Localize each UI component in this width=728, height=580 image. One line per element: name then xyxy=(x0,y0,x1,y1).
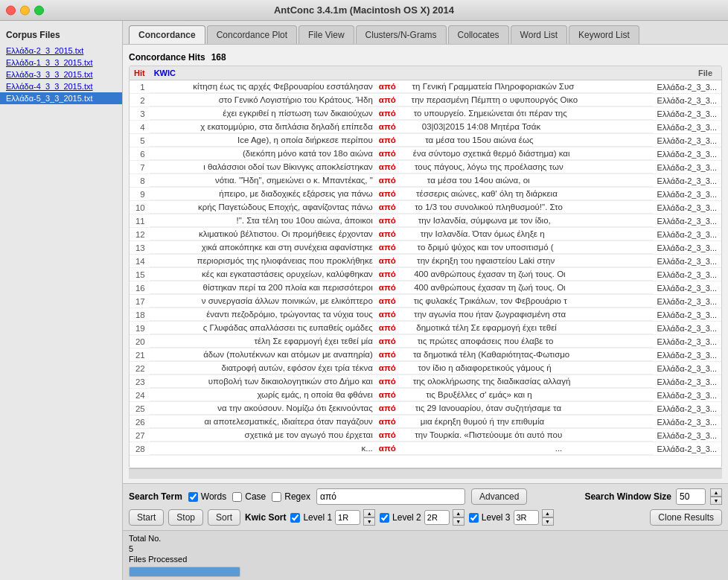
level2-stepper[interactable]: ▲ ▼ xyxy=(453,509,464,526)
table-row[interactable]: 26 αι αποτελεσματικές, ιδιαίτερα όταν πα… xyxy=(130,415,721,429)
horizontal-scrollbar[interactable] xyxy=(129,468,722,479)
window-size-input[interactable] xyxy=(676,488,706,505)
table-row[interactable]: 21 άδων (πολυτέκνων και ατόμων με αναπηρ… xyxy=(130,348,721,362)
table-row[interactable]: 4 χ εκατομμύριο, στα διπλάσια δηλαδή επί… xyxy=(130,121,721,134)
tab-concordance[interactable]: Concordance xyxy=(129,25,205,44)
row-left-ctx: ήπειρο, με διαδοχικές εξάρσεις για πάνω xyxy=(150,188,376,200)
level3-checkbox-group[interactable] xyxy=(469,513,479,523)
words-checkbox-group[interactable]: Words xyxy=(188,491,226,502)
table-row[interactable]: 24 χωρίς εμάς, η οποία θα φθάνει από τις… xyxy=(130,389,721,402)
table-row[interactable]: 28 κ... από ... Ελλάδα-2_3_3... xyxy=(130,442,721,456)
table-row[interactable]: 23 υποβολή των δικαιολογητικών στο Δήμο … xyxy=(130,375,721,389)
level1-checkbox[interactable] xyxy=(290,513,300,523)
table-row[interactable]: 16 θίστηκαν περί τα 200 πλοία και περισσ… xyxy=(130,281,721,295)
minimize-button[interactable] xyxy=(20,5,30,15)
tab-word-list[interactable]: Word List xyxy=(511,25,567,44)
table-row[interactable]: 5 Ice Age), η οποία διήρκεσε περίπου από… xyxy=(130,134,721,147)
level3-stepper[interactable]: ▲ ▼ xyxy=(542,509,554,526)
regex-checkbox-group[interactable]: Regex xyxy=(272,491,310,502)
level2-down[interactable]: ▼ xyxy=(453,517,464,526)
level1-input[interactable] xyxy=(335,510,360,525)
row-file: Ελλάδα-2_3_3... xyxy=(653,121,721,134)
row-right-ctx: τα μέσα του 14ου αιώνα, οι xyxy=(424,174,653,187)
level1-down[interactable]: ▼ xyxy=(363,517,375,526)
regex-checkbox[interactable] xyxy=(272,492,281,502)
sidebar-item-1[interactable]: Ελλάδα-1_3_3_2015.txt xyxy=(0,57,122,68)
table-row[interactable]: 11 !". Στα τέλη του 10ου αιώνα, άποικοι … xyxy=(130,214,721,228)
table-row[interactable]: 14 περιορισμός της ηλιοφάνειας που προκλ… xyxy=(130,255,721,268)
table-row[interactable]: 3 έχει εγκριθεί η πίστωση των δικαιούχων… xyxy=(130,107,721,121)
case-checkbox[interactable] xyxy=(232,492,242,502)
table-row[interactable]: 19 ς Γλυφάδας απαλλάσσει τις ευπαθείς ομ… xyxy=(130,322,721,335)
bottom-controls: Search Term Words Case Regex Advanced Se… xyxy=(123,483,728,530)
window-size-up[interactable]: ▲ xyxy=(710,488,722,497)
search-input[interactable] xyxy=(316,488,465,505)
table-row[interactable]: 18 έναντι πεζοδρόμιο, τρώγοντας τα νύχια… xyxy=(130,308,721,322)
row-left-ctx: ς Γλυφάδας απαλλάσσει τις ευπαθείς ομάδε… xyxy=(150,322,376,334)
table-row[interactable]: 17 ν συνεργασία άλλων ποινικών, με ελικό… xyxy=(130,295,721,308)
row-file: Ελλάδα-2_3_3... xyxy=(653,268,721,281)
sidebar-item-2[interactable]: Ελλάδα-3_3_3_2015.txt xyxy=(0,68,122,80)
tab-concordance-plot[interactable]: Concordance Plot xyxy=(207,25,297,44)
words-checkbox[interactable] xyxy=(188,492,198,502)
table-row[interactable]: 9 ήπειρο, με διαδοχικές εξάρσεις για πάν… xyxy=(130,188,721,201)
table-row[interactable]: 27 σχετικά με τον αγωγό που έρχεται από … xyxy=(130,429,721,442)
level1-stepper[interactable]: ▲ ▼ xyxy=(363,509,375,526)
row-left-ctx: διατροφή αυτών, εφόσον έχει τρία τέκνα xyxy=(150,362,376,375)
level2-up[interactable]: ▲ xyxy=(453,509,464,517)
concordance-table[interactable]: Hit KWIC File 1 κίτηση έως τις αρχές Φεβ… xyxy=(129,66,722,468)
stop-button[interactable]: Stop xyxy=(168,509,203,526)
case-checkbox-group[interactable]: Case xyxy=(232,491,266,502)
level1-up[interactable]: ▲ xyxy=(363,509,375,517)
window-size-stepper[interactable]: ▲ ▼ xyxy=(710,488,722,505)
tab-file-view[interactable]: File View xyxy=(298,25,354,44)
tab-keyword-list[interactable]: Keyword List xyxy=(569,25,639,44)
table-row[interactable]: 20 τέλη Σε εφαρμογή έχει τεθεί μία από τ… xyxy=(130,335,721,348)
table-row[interactable]: 7 ι θαλάσσιοι οδοί των Βίκινγκς αποκλείσ… xyxy=(130,161,721,174)
table-row[interactable]: 10 κρής Παγετώδους Εποχής, αφανίζοντας π… xyxy=(130,201,721,214)
table-row[interactable]: 13 χικά αποκόπηκε και στη συνέχεια αφανί… xyxy=(130,241,721,255)
row-right-ctx: τις φυλακές Τρικάλων, τον Φεβρουάριο τ xyxy=(411,295,653,307)
table-row[interactable]: 22 διατροφή αυτών, εφόσον έχει τρία τέκν… xyxy=(130,362,721,375)
window-size-down[interactable]: ▼ xyxy=(710,497,722,505)
sort-button[interactable]: Sort xyxy=(208,509,240,526)
sidebar-item-0[interactable]: Ελλάδα-2_3_2015.txt xyxy=(0,45,122,57)
row-kwic: από xyxy=(376,121,419,133)
level3-up[interactable]: ▲ xyxy=(542,509,554,517)
table-row[interactable]: 12 κλιματικού βέλτιστου. Οι προμήθειες έ… xyxy=(130,228,721,241)
table-row[interactable]: 25 να την ακούσουν. Νομίζω ότι ξεκινούντ… xyxy=(130,402,721,415)
table-row[interactable]: 1 κίτηση έως τις αρχές Φεβρουαρίου εσστά… xyxy=(130,80,721,94)
level2-checkbox-group[interactable] xyxy=(380,513,389,523)
table-row[interactable]: 6 (διεκόπη μόνο κατά τον 18ο αιώνα από έ… xyxy=(130,147,721,161)
status-left: Total No. 5 Files Processed xyxy=(129,534,240,577)
row-left-ctx: χωρίς εμάς, η οποία θα φθάνει xyxy=(150,389,376,401)
level3-down[interactable]: ▼ xyxy=(542,517,554,526)
close-button[interactable] xyxy=(6,5,16,15)
tab-collocates[interactable]: Collocates xyxy=(448,25,509,44)
level3-input[interactable] xyxy=(514,510,539,525)
row-right-ctx: τέσσερις αιώνες, καθ' όλη τη διάρκεια xyxy=(413,188,653,200)
progress-bar-fill xyxy=(130,567,240,576)
sidebar-item-4[interactable]: Ελλάδα-5_3_3_2015.txt xyxy=(0,92,122,104)
traffic-lights[interactable] xyxy=(6,5,44,15)
level2-checkbox[interactable] xyxy=(380,513,389,523)
sidebar-item-3[interactable]: Ελλάδα-4_3_3_2015.txt xyxy=(0,80,122,92)
row-kwic: από xyxy=(376,201,412,214)
sidebar-header: Corpus Files xyxy=(0,27,122,45)
level2-input[interactable] xyxy=(424,510,450,525)
level1-checkbox-group[interactable] xyxy=(290,513,300,523)
maximize-button[interactable] xyxy=(34,5,44,15)
table-row[interactable]: 8 νότια. "Ήδη", σημειώνει ο κ. Μπαντέκας… xyxy=(130,174,721,188)
level3-checkbox[interactable] xyxy=(469,513,479,523)
row-left-ctx: κλιματικού βέλτιστου. Οι προμήθειες έρχο… xyxy=(150,228,376,240)
advanced-button[interactable]: Advanced xyxy=(471,488,527,505)
level2-label: Level 2 xyxy=(392,512,421,523)
row-num: 10 xyxy=(130,201,150,214)
start-button[interactable]: Start xyxy=(129,509,164,526)
row-left-ctx: κίτηση έως τις αρχές Φεβρουαρίου εσστάλη… xyxy=(150,80,376,93)
clone-results-button[interactable]: Clone Results xyxy=(650,509,722,526)
tab-clusters-ngrams[interactable]: Clusters/N-Grams xyxy=(356,25,447,44)
table-row[interactable]: 2 στο Γενικό Λογιστήριο του Κράτους. Ήδη… xyxy=(130,94,721,107)
row-kwic: από xyxy=(376,174,424,187)
table-row[interactable]: 15 κές και εγκαταστάσεις ορυχείων, καλύφ… xyxy=(130,268,721,281)
